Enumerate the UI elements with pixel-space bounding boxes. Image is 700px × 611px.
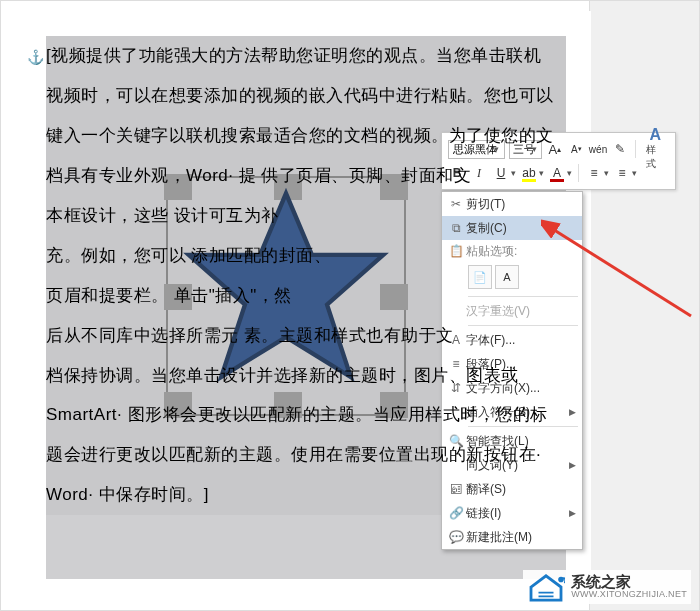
submenu-arrow-icon: ▶ — [569, 407, 576, 417]
paragraph-line: 键入一个关键字以联机搜索最适合您的文档的视频。为了使您的文 — [46, 116, 566, 156]
paragraph-line: 档具有专业外观，Word· 提 供了页眉、页脚、封面和文 — [46, 156, 566, 196]
watermark-url: WWW.XITONGZHIJIA.NET — [571, 590, 687, 600]
menu-new-comment[interactable]: 💬 新建批注(M) — [442, 525, 582, 549]
submenu-arrow-icon: ▶ — [569, 460, 576, 470]
paragraph-line: Word· 中保存时间。] — [46, 475, 566, 515]
watermark-logo-icon — [527, 572, 565, 602]
number-list-button[interactable]: ≡ — [613, 164, 631, 182]
anchor-icon: ⚓ — [27, 49, 44, 65]
paragraph-line: 视频时，可以在想要添加的视频的嵌入代码中进行粘贴。您也可以 — [46, 76, 566, 116]
paragraph-line: SmartArt· 图形将会更改以匹配新的主题。当应用样式时，您的标 — [46, 395, 566, 435]
format-painter-button[interactable]: ✎ — [611, 140, 629, 158]
bullet-list-button[interactable]: ≡ — [585, 164, 603, 182]
paragraph-line: 后从不同库中选择所需元 素。主题和样式也有助于文 — [46, 316, 566, 356]
selected-text-block[interactable]: [视频提供了功能强大的方法帮助您证明您的观点。当您单击联机 视频时，可以在想要添… — [46, 36, 566, 515]
shrink-font-button[interactable]: A▾ — [568, 140, 586, 158]
paragraph-line: 档保持协调。当您单击设计并选择新的主题时，图片、图表或 — [46, 356, 566, 396]
watermark-title: 系统之家 — [571, 574, 687, 591]
watermark: 系统之家 WWW.XITONGZHIJIA.NET — [523, 570, 691, 604]
phonetic-guide-button[interactable]: wén — [589, 140, 607, 158]
submenu-arrow-icon: ▶ — [569, 508, 576, 518]
paragraph-line: 页眉和提要栏。 单击"插入"，然 — [46, 276, 566, 316]
styles-button[interactable]: A 样式 — [642, 127, 669, 171]
comment-icon: 💬 — [446, 530, 466, 544]
paragraph-line: [视频提供了功能强大的方法帮助您证明您的观点。当您单击联机 — [46, 36, 566, 76]
document-canvas[interactable]: ⚓ [视频提供了功能强大的方法帮助您证明您的观点。当您单击联机 视频时，可以在想… — [11, 11, 591, 571]
paragraph-line: 题会进行更改以匹配新的主题。使用在需要位置出现的新按钮在· — [46, 435, 566, 475]
paragraph-line: 本框设计，这些 设计可互为补 — [46, 196, 566, 236]
page-gutter — [589, 1, 699, 611]
paragraph-line: 充。例如，您可以 添加匹配的封面、 — [46, 236, 566, 276]
